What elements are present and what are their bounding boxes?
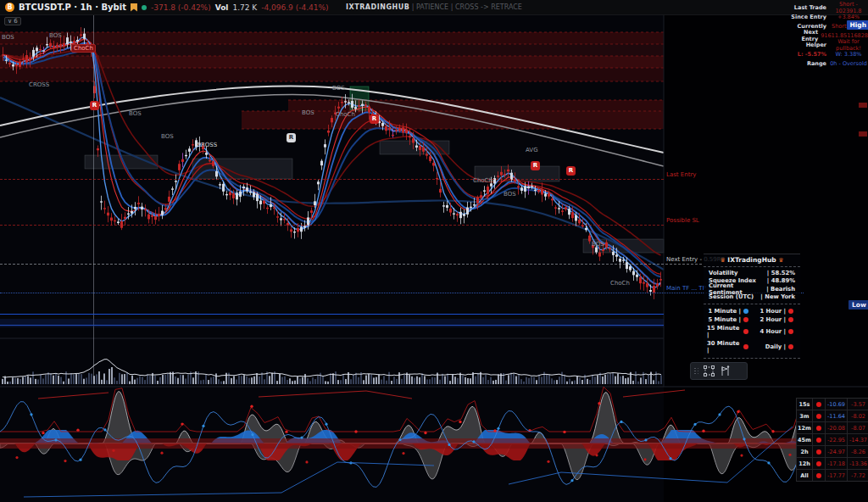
table-row[interactable]: 15s-10.69-3.57: [797, 399, 868, 410]
red-dot-icon: [816, 461, 821, 466]
hub-timeframe-cell: 1 Minute |: [707, 308, 752, 315]
red-dot-icon: [743, 344, 748, 349]
hub-stat-row: Volatility| 58.52%: [704, 269, 800, 277]
brand-tagline: | PATIENCE | CROSS -> RETRACE: [412, 3, 522, 11]
value2-cell: -14.37: [848, 434, 868, 445]
hub-stat-label: Session (UTC): [709, 293, 760, 300]
structure-label-cross: CROSS: [197, 142, 217, 148]
table-row[interactable]: 12h-17.18-13.36: [797, 458, 868, 470]
table-row[interactable]: 45m-22.95-14.37: [797, 434, 868, 446]
structure-label-bos: BOS: [49, 32, 62, 39]
red-dot-icon: [816, 438, 821, 443]
structure-label-avg: AVG: [526, 147, 538, 153]
hub-stat-row: Current Sentiment| Bearish: [704, 285, 800, 293]
retrace-marker: R: [90, 101, 99, 110]
blue-dot-icon: [743, 309, 748, 314]
marquee-select-icon[interactable]: [703, 365, 715, 377]
red-dot-icon: [788, 344, 793, 349]
table-row[interactable]: 3m-11.64-8.02: [797, 410, 868, 422]
value1-cell: -10.69: [826, 399, 848, 410]
info-row: L: -5.57%W: 3.38%: [791, 49, 868, 59]
hub-timeframe-cell: 4 Hour |: [752, 325, 797, 338]
info-row-label: Helper: [791, 42, 829, 48]
interval-dropdown[interactable]: ∨ 6: [4, 17, 21, 25]
structure-label-bos: BOS: [504, 191, 516, 198]
dot-cell: [813, 422, 826, 433]
price-level-line[interactable]: [0, 179, 664, 180]
drag-handle-icon[interactable]: [694, 368, 699, 375]
red-dot-icon: [788, 329, 793, 334]
red-dot-icon: [816, 473, 821, 478]
hub-timeframe-label: Daily |: [765, 343, 786, 350]
support-zone: [0, 319, 664, 327]
info-row-value: 0h - Oversold: [829, 60, 868, 67]
hub-timeframe-cell: 5 Minute |: [707, 316, 752, 323]
timeframe-cell: 12m: [797, 422, 813, 433]
value2-cell: -8.02: [848, 410, 868, 421]
hub-timeframe-cell: 1 Hour |: [752, 308, 797, 315]
structure-label-bos: BOS: [2, 34, 14, 41]
table-row[interactable]: All-17.77-7.72: [797, 470, 868, 481]
red-dot-icon: [816, 402, 821, 407]
hub-stat-value: | New York: [760, 293, 795, 300]
retrace-marker: R: [531, 161, 540, 170]
hub-timeframe-cell: 2 Hour |: [752, 316, 797, 323]
hub-timeframe-cell: Daily |: [752, 340, 797, 354]
info-row-value: +3.84%: [829, 14, 868, 20]
watermark-header: IXTRADINGHUB | PATIENCE | CROSS -> RETRA…: [0, 3, 868, 11]
hub-timeframe-label: 2 Hour |: [760, 316, 787, 323]
hub-timeframe-label: 4 Hour |: [760, 328, 787, 335]
dot-cell: [813, 434, 826, 445]
price-level-label: Last Entry: [666, 171, 696, 178]
trading-app: { "toolbar": { "symbol": "BTCUSDT.P · 1h…: [0, 0, 868, 502]
red-dot-icon: [816, 449, 821, 455]
structure-label-choch: ChoCh: [610, 280, 630, 287]
session-divider-line: [93, 15, 94, 383]
price-chart-canvas[interactable]: [0, 0, 868, 502]
info-row-value: Wait for pullback!: [829, 38, 868, 52]
retrace-marker: R: [287, 133, 296, 142]
flag-mark-icon[interactable]: [719, 365, 731, 377]
info-row-value: Short - 102391.8: [829, 1, 868, 14]
price-level-label: Possible SL: [666, 217, 699, 224]
value2-cell: -7.72: [848, 470, 868, 481]
timeframe-watch-table: 15s-10.69-3.573m-11.64-8.0212m-20.08-8.0…: [796, 398, 868, 482]
value1-cell: -11.64: [826, 410, 848, 421]
chevron-down-icon: ∨: [8, 18, 12, 25]
table-row[interactable]: 2h-24.97-8.26: [797, 446, 868, 458]
hub-stat-row: Session (UTC)| New York: [704, 293, 800, 302]
price-level-line[interactable]: [0, 293, 804, 293]
price-level-line[interactable]: [0, 264, 702, 265]
crown-icon: ♛: [778, 257, 783, 264]
dot-cell: [813, 458, 826, 469]
timeframe-cell: 3m: [797, 410, 813, 421]
info-row: Range0h - Oversold: [791, 59, 868, 68]
retrace-marker: R: [566, 166, 576, 176]
crown-icon: ♛: [720, 257, 725, 264]
info-row-label: Range: [791, 60, 829, 67]
dot-cell: [813, 399, 826, 410]
price-tag: [859, 131, 867, 137]
structure-label-bos: BOS: [161, 133, 174, 140]
info-row-label: Last Trade: [791, 4, 829, 11]
hub-stat-value: | 58.52%: [767, 270, 795, 276]
tradinghub-title: ♛ IXTradingHub ♛: [704, 254, 800, 267]
value1-cell: -24.97: [826, 446, 848, 457]
red-dot-icon: [816, 426, 821, 431]
tradinghub-panel: ♛ IXTradingHub ♛ Volatility| 58.52%Squee…: [704, 254, 800, 359]
hub-timeframe-cell: 30 Minute |: [707, 340, 752, 354]
hub-stat-value: | 48.89%: [767, 277, 795, 284]
hub-timeframe-label: 5 Minute |: [708, 316, 741, 323]
info-row-label: Since Entry: [791, 14, 829, 20]
trade-info-panel: Last TradeShort - 102391.8Since Entry+3.…: [791, 3, 868, 68]
info-row-label: Next Entry: [791, 29, 821, 42]
structure-label-choch: ChoCh: [71, 44, 96, 53]
value1-cell: -17.77: [826, 470, 848, 481]
red-dot-icon: [788, 309, 793, 314]
price-level-line[interactable]: [0, 225, 664, 226]
support-line[interactable]: [0, 314, 664, 315]
value2-cell: -3.57: [848, 399, 868, 410]
table-row[interactable]: 12m-20.08-8.07: [797, 422, 868, 434]
hub-stat-value: | Bearish: [766, 286, 795, 293]
info-row-value: W: 3.38%: [829, 51, 868, 58]
